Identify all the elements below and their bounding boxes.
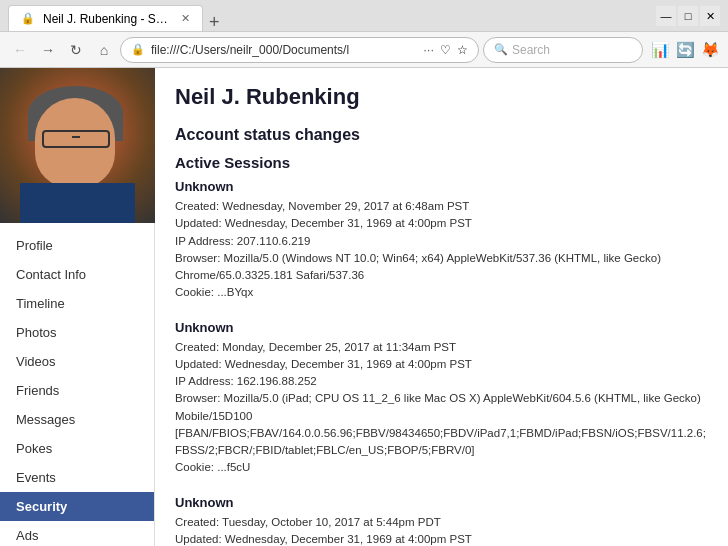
session-1-info: Created: Wednesday, November 29, 2017 at…: [175, 198, 708, 302]
bookmark-icon: ♡: [440, 43, 451, 57]
session-2-updated: Updated: Wednesday, December 31, 1969 at…: [175, 358, 472, 370]
session-1-browser: Browser: Mozilla/5.0 (Windows NT 10.0; W…: [175, 252, 661, 281]
profile-name: Neil J. Rubenking: [175, 84, 708, 110]
main-content: Neil J. Rubenking Account status changes…: [155, 68, 728, 546]
search-placeholder: Search: [512, 43, 550, 57]
back-button[interactable]: ←: [8, 38, 32, 62]
url-text: file:///C:/Users/neilr_000/Documents/l: [151, 43, 417, 57]
session-block-2: Unknown Created: Monday, December 25, 20…: [175, 320, 708, 477]
sidebar-item-pokes[interactable]: Pokes: [0, 434, 154, 463]
refresh-button[interactable]: ↻: [64, 38, 88, 62]
star-icon: ☆: [457, 43, 468, 57]
address-bar[interactable]: 🔒 file:///C:/Users/neilr_000/Documents/l…: [120, 37, 479, 63]
forward-button[interactable]: →: [36, 38, 60, 62]
search-icon: 🔍: [494, 43, 508, 56]
close-button[interactable]: ✕: [700, 6, 720, 26]
sidebar-item-photos[interactable]: Photos: [0, 318, 154, 347]
session-3-info: Created: Tuesday, October 10, 2017 at 5:…: [175, 514, 708, 547]
session-2-created: Created: Monday, December 25, 2017 at 11…: [175, 341, 456, 353]
sidebar-item-videos[interactable]: Videos: [0, 347, 154, 376]
address-bar-icons: ···: [423, 42, 434, 57]
tab-favicon: 🔒: [21, 12, 35, 25]
sidebar-item-profile[interactable]: Profile: [0, 231, 154, 260]
profile-picture: [0, 68, 155, 223]
tab-close-button[interactable]: ✕: [181, 12, 190, 25]
session-2-info: Created: Monday, December 25, 2017 at 11…: [175, 339, 708, 477]
session-2-cookie: Cookie: ...f5cU: [175, 461, 250, 473]
new-tab-button[interactable]: +: [209, 13, 220, 31]
session-1-created: Created: Wednesday, November 29, 2017 at…: [175, 200, 469, 212]
session-3-user: Unknown: [175, 495, 708, 510]
session-1-cookie: Cookie: ...BYqx: [175, 286, 253, 298]
maximize-button[interactable]: □: [678, 6, 698, 26]
session-2-browser: Browser: Mozilla/5.0 (iPad; CPU OS 11_2_…: [175, 392, 706, 456]
lock-icon: 🔒: [131, 43, 145, 56]
session-2-ip: IP Address: 162.196.88.252: [175, 375, 317, 387]
session-3-updated: Updated: Wednesday, December 31, 1969 at…: [175, 533, 472, 545]
sidebar-item-security[interactable]: Security: [0, 492, 154, 521]
session-block-1: Unknown Created: Wednesday, November 29,…: [175, 179, 708, 302]
session-1-user: Unknown: [175, 179, 708, 194]
tab-title: Neil J. Rubenking - Security: [43, 12, 173, 26]
active-sessions-title: Active Sessions: [175, 154, 708, 171]
minimize-button[interactable]: —: [656, 6, 676, 26]
session-2-user: Unknown: [175, 320, 708, 335]
sidebar-item-messages[interactable]: Messages: [0, 405, 154, 434]
home-button[interactable]: ⌂: [92, 38, 116, 62]
sidebar-item-contact-info[interactable]: Contact Info: [0, 260, 154, 289]
extension-icon[interactable]: 🦊: [701, 41, 720, 59]
sidebar-item-timeline[interactable]: Timeline: [0, 289, 154, 318]
session-block-3: Unknown Created: Tuesday, October 10, 20…: [175, 495, 708, 547]
sync-icon[interactable]: 🔄: [676, 41, 695, 59]
search-bar[interactable]: 🔍 Search: [483, 37, 643, 63]
sidebar: Profile Contact Info Timeline Photos Vid…: [0, 68, 155, 546]
session-3-created: Created: Tuesday, October 10, 2017 at 5:…: [175, 516, 441, 528]
sidebar-nav: Profile Contact Info Timeline Photos Vid…: [0, 223, 154, 546]
session-1-updated: Updated: Wednesday, December 31, 1969 at…: [175, 217, 472, 229]
active-tab[interactable]: 🔒 Neil J. Rubenking - Security ✕: [8, 5, 203, 31]
sidebar-item-friends[interactable]: Friends: [0, 376, 154, 405]
sidebar-item-events[interactable]: Events: [0, 463, 154, 492]
session-1-ip: IP Address: 207.110.6.219: [175, 235, 310, 247]
account-status-title: Account status changes: [175, 126, 708, 144]
sidebar-item-ads[interactable]: Ads: [0, 521, 154, 546]
toolbar-icons: 📊 🔄 🦊: [651, 41, 720, 59]
reading-list-icon[interactable]: 📊: [651, 41, 670, 59]
